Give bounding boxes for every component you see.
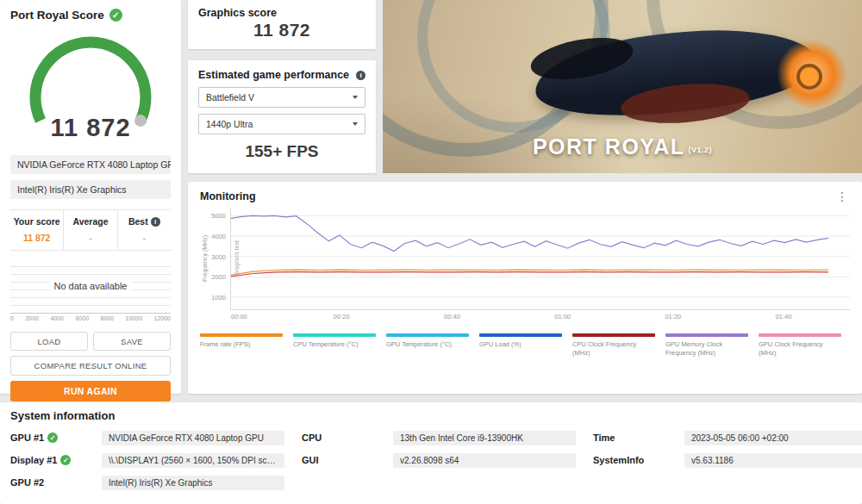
graphics-score-card: Graphics score 11 872: [188, 0, 376, 49]
system-information-panel: System information GPU #1✓NVIDIA GeForce…: [0, 402, 862, 504]
legend-item: GPU Load (%): [479, 333, 562, 358]
sysinfo-value: v2.26.8098 s64: [393, 453, 576, 468]
sysinfo-label: GUI: [302, 455, 393, 465]
monitoring-panel: Monitoring ⋮ Frequency (MHz) 50004000300…: [188, 182, 862, 394]
game-select[interactable]: Battlefield V: [198, 87, 365, 108]
sysinfo-value: 13th Gen Intel Core i9-13900HK: [393, 431, 576, 445]
score-panel: Port Royal Score ✓ 11 872 NVIDIA GeForce…: [0, 0, 181, 394]
preset-select-value: 1440p Ultra: [206, 119, 253, 129]
engine-core: [796, 64, 822, 90]
check-icon: ✓: [60, 455, 71, 465]
run-again-button[interactable]: RUN AGAIN: [10, 381, 171, 401]
game-select-value: Battlefield V: [206, 92, 254, 103]
hero-title: PORT ROYAL(V1.2): [383, 134, 862, 159]
sysinfo-row: GPU #1✓NVIDIA GeForce RTX 4080 Laptop GP…: [10, 429, 293, 446]
legend-label: GPU Temperature (°C): [386, 340, 469, 349]
kebab-menu-icon[interactable]: ⋮: [834, 190, 850, 202]
y-tick-label: 2000: [211, 273, 226, 281]
monitoring-title: Monitoring: [200, 190, 256, 202]
your-score-label: Your score: [10, 216, 63, 227]
best-label: Best: [128, 216, 148, 227]
game-performance-info-icon[interactable]: i: [356, 71, 365, 80]
legend-item: CPU Clock Frequency (MHz): [572, 333, 655, 358]
legend-swatch: [293, 333, 376, 337]
axis-tick: 4000: [50, 315, 64, 321]
compare-result-online-button[interactable]: COMPARE RESULT ONLINE: [10, 356, 171, 376]
sysinfo-label: GPU #1✓: [10, 432, 102, 443]
y-axis-label: Frequency (MHz): [200, 208, 209, 309]
score-panel-header: Port Royal Score ✓: [10, 9, 171, 22]
x-tick-label: 00:00: [231, 313, 247, 320]
legend-swatch: [200, 333, 283, 337]
monitoring-plot-svg: [231, 208, 850, 309]
sysinfo-row: Display #1✓\\.\DISPLAY1 (2560 × 1600, 15…: [10, 451, 293, 469]
gpu1-pill: NVIDIA GeForce RTX 4080 Laptop GPU: [10, 155, 171, 174]
legend-swatch: [665, 333, 748, 337]
monitoring-legend: Frame rate (FPS)CPU Temperature (°C)GPU …: [200, 333, 850, 358]
system-information-title: System information: [10, 409, 852, 422]
sysinfo-label: GPU #2: [10, 477, 102, 488]
x-tick-label: 01:20: [665, 313, 681, 320]
best-info-icon[interactable]: i: [151, 217, 160, 227]
axis-tick: 12000: [154, 315, 171, 321]
chevron-down-icon: [353, 122, 358, 126]
check-icon: ✓: [47, 432, 58, 443]
legend-swatch: [572, 333, 655, 337]
sysinfo-group-2: Time2023-05-05 06:00 +02:00SystemInfov5.…: [593, 424, 862, 491]
sysinfo-group-0: GPU #1✓NVIDIA GeForce RTX 4080 Laptop GP…: [10, 424, 293, 491]
legend-item: CPU Temperature (°C): [293, 333, 376, 358]
legend-label: CPU Clock Frequency (MHz): [572, 340, 655, 358]
average-value: -: [64, 233, 116, 243]
ring-structure-decoration: [646, 0, 862, 129]
y-tick-label: 1000: [211, 293, 226, 301]
sysinfo-label: Time: [593, 432, 684, 443]
graphics-score-label: Graphics score: [198, 7, 365, 19]
ring-structure-decoration: [417, 0, 610, 133]
sysinfo-label: CPU: [302, 432, 393, 443]
best-value: -: [118, 233, 171, 243]
save-button[interactable]: SAVE: [93, 332, 171, 351]
legend-label: Frame rate (FPS): [200, 340, 283, 349]
axis-tick: 0: [10, 315, 14, 321]
legend-item: GPU Clock Frequency (MHz): [759, 333, 841, 358]
y-ticks: 50004000300020001000: [209, 208, 230, 309]
sysinfo-value: 2023-05-05 06:00 +02:00: [684, 431, 862, 445]
best-column: Best i -: [117, 210, 171, 250]
x-ticks: 00:0000:2000:4001:0001:2001:40: [231, 313, 850, 323]
x-tick-label: 01:00: [554, 313, 571, 320]
axis-tick: 2000: [25, 315, 39, 321]
axis-tick: 6000: [75, 315, 89, 321]
x-tick-label: 01:40: [776, 313, 792, 320]
sysinfo-value: Intel(R) Iris(R) Xe Graphics: [102, 476, 284, 490]
sysinfo-group-1: CPU13th Gen Intel Core i9-13900HKGUIv2.2…: [302, 424, 584, 491]
ring-structure-decoration: [383, 0, 609, 157]
sysinfo-row: CPU13th Gen Intel Core i9-13900HK: [302, 429, 584, 446]
sysinfo-label: SystemInfo: [593, 455, 684, 465]
sysinfo-value: NVIDIA GeForce RTX 4080 Laptop GPU: [102, 431, 284, 445]
y-tick-label: 4000: [211, 233, 226, 240]
estimated-fps: 155+ FPS: [198, 142, 365, 161]
average-column: Average -: [63, 210, 116, 250]
preset-select[interactable]: 1440p Ultra: [198, 114, 365, 134]
axis-tick: 10000: [126, 315, 142, 321]
legend-label: GPU Memory Clock Frequency (MHz): [665, 340, 748, 358]
y-tick-label: 5000: [211, 212, 226, 220]
x-tick-label: 00:40: [444, 313, 460, 320]
load-button[interactable]: LOAD: [10, 332, 88, 351]
your-score-column: Your score 11 872: [10, 210, 63, 250]
sysinfo-row: Time2023-05-05 06:00 +02:00: [593, 429, 862, 446]
sysinfo-row: GUIv2.26.8098 s64: [302, 451, 584, 469]
overall-score: 11 872: [10, 114, 171, 142]
your-score-value: 11 872: [10, 233, 63, 243]
legend-label: CPU Temperature (°C): [293, 340, 376, 349]
average-label: Average: [64, 216, 116, 227]
x-tick-label: 00:20: [334, 313, 350, 320]
legend-item: Frame rate (FPS): [200, 333, 283, 358]
sysinfo-value: v5.63.1186: [684, 453, 862, 468]
legend-label: GPU Clock Frequency (MHz): [759, 340, 841, 358]
legend-swatch: [479, 333, 562, 337]
series-line: [231, 272, 828, 277]
legend-swatch: [386, 333, 469, 337]
score-distribution-axis: 0 2000 4000 6000 8000 10000 12000: [10, 313, 171, 321]
engine-glow: [778, 40, 846, 109]
